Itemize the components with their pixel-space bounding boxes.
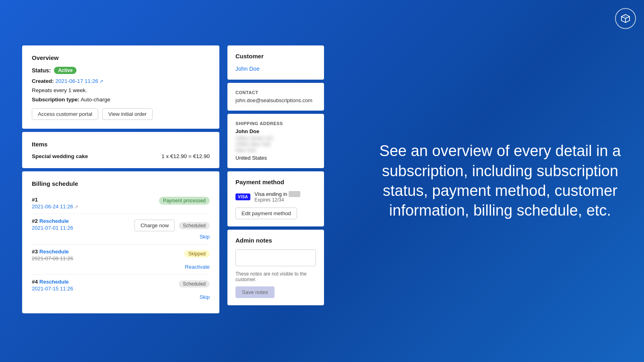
address-line1: Clifton Street 123 bbox=[235, 136, 316, 141]
overview-buttons: Access customer portal View initial orde… bbox=[32, 108, 210, 120]
skip-link-2[interactable]: Skip bbox=[200, 234, 210, 240]
visa-expiry: Expires 12/34 bbox=[254, 197, 300, 203]
billing-entry-3: #3 Reschedule 2021-07-08 11:26 Skipped R… bbox=[32, 245, 210, 275]
billing-badge-3-skipped: Skipped bbox=[184, 250, 210, 257]
subscription-type-label: Subscription type: bbox=[32, 97, 80, 103]
billing-actions-2: Charge now Scheduled bbox=[134, 220, 210, 231]
created-label: Created: bbox=[32, 78, 54, 84]
reschedule-link-3[interactable]: Reschedule bbox=[39, 249, 69, 255]
items-title: Items bbox=[32, 141, 210, 148]
shipping-card: SHIPPING ADDRESS John Doe Clifton Street… bbox=[227, 114, 324, 168]
visa-text: Visa ending in 1234 bbox=[254, 191, 300, 197]
status-row: Status: Active bbox=[32, 67, 210, 74]
contact-card: CONTACT john.doe@sealsubscriptions.com bbox=[227, 83, 324, 111]
payment-card: Payment method VISA Visa ending in 1234 … bbox=[227, 171, 324, 226]
created-row: Created: 2021-06-17 11:26 bbox=[32, 78, 210, 84]
customer-card: Customer John Doe bbox=[227, 45, 324, 80]
charge-now-button[interactable]: Charge now bbox=[134, 220, 175, 231]
admin-notes-textarea[interactable] bbox=[235, 249, 316, 266]
edit-payment-method-button[interactable]: Edit payment method bbox=[235, 208, 297, 219]
address-name: John Doe bbox=[235, 128, 316, 134]
billing-title: Billing schedule bbox=[32, 180, 210, 187]
visa-info: Visa ending in 1234 Expires 12/34 bbox=[254, 191, 300, 203]
billing-date-2: 2021-07-01 11:26 bbox=[32, 225, 73, 231]
right-info-panel: Customer John Doe CONTACT john.doe@seals… bbox=[227, 45, 324, 309]
address-line3: New York bbox=[235, 148, 316, 153]
customer-name-link[interactable]: John Doe bbox=[235, 66, 260, 72]
billing-card: Billing schedule #1 2021-06-24 11:26 ↗ P… bbox=[22, 171, 219, 313]
customer-title: Customer bbox=[235, 53, 316, 60]
billing-entry-3-header: #3 Reschedule 2021-07-08 11:26 Skipped bbox=[32, 249, 210, 261]
contact-label: CONTACT bbox=[235, 90, 316, 95]
item-price: 1 x €12.90 = €12.90 bbox=[161, 153, 210, 159]
billing-number-1: #1 bbox=[32, 197, 78, 203]
item-row: Special wedding cake 1 x €12.90 = €12.90 bbox=[32, 153, 210, 159]
overview-card: Overview Status: Active Created: 2021-06… bbox=[22, 45, 219, 129]
billing-entry-4-left: #4 Reschedule 2021-07-15 11:26 bbox=[32, 279, 73, 292]
skip-link-4[interactable]: Skip bbox=[200, 294, 210, 300]
save-notes-button[interactable]: Save notes bbox=[235, 286, 275, 298]
subscription-type-row: Subscription type: Auto-charge bbox=[32, 97, 210, 103]
app-icon bbox=[615, 8, 636, 29]
view-initial-order-button[interactable]: View initial order bbox=[102, 108, 153, 120]
reschedule-link-4[interactable]: Reschedule bbox=[39, 279, 69, 285]
billing-entry-2-header: #2 Reschedule 2021-07-01 11:26 Charge no… bbox=[32, 218, 210, 231]
billing-date-3: 2021-07-08 11:26 bbox=[32, 255, 73, 261]
billing-actions-4: Scheduled bbox=[179, 280, 210, 288]
billing-entry-1-header: #1 2021-06-24 11:26 ↗ Payment processed bbox=[32, 197, 210, 210]
tagline-text: See an overview of every detail in a sub… bbox=[356, 133, 644, 229]
items-card: Items Special wedding cake 1 x €12.90 = … bbox=[22, 132, 219, 168]
billing-entry-1-left: #1 2021-06-24 11:26 ↗ bbox=[32, 197, 78, 210]
shipping-label: SHIPPING ADDRESS bbox=[235, 121, 316, 126]
billing-entry-4-header: #4 Reschedule 2021-07-15 11:26 Scheduled bbox=[32, 279, 210, 292]
billing-date-4: 2021-07-15 11:26 bbox=[32, 286, 73, 292]
billing-number-4: #4 Reschedule bbox=[32, 279, 73, 285]
reschedule-link-2[interactable]: Reschedule bbox=[39, 218, 69, 224]
address-country: United States bbox=[235, 155, 316, 161]
admin-notes-hint: These notes are not visible to the custo… bbox=[235, 271, 316, 282]
billing-entry-2-left: #2 Reschedule 2021-07-01 11:26 bbox=[32, 218, 73, 231]
billing-entry-2: #2 Reschedule 2021-07-01 11:26 Charge no… bbox=[32, 214, 210, 245]
billing-number-2: #2 Reschedule bbox=[32, 218, 73, 224]
repeats-row: Repeats every 1 week. bbox=[32, 87, 210, 93]
access-customer-portal-button[interactable]: Access customer portal bbox=[32, 108, 98, 120]
reactivate-link-3[interactable]: Reactivate bbox=[185, 264, 210, 270]
status-badge: Active bbox=[54, 67, 76, 74]
payment-title: Payment method bbox=[235, 179, 316, 185]
admin-notes-card: Admin notes These notes are not visible … bbox=[227, 230, 324, 305]
billing-entry-3-left: #3 Reschedule 2021-07-08 11:26 bbox=[32, 249, 73, 261]
item-name: Special wedding cake bbox=[32, 153, 88, 159]
billing-entry-4: #4 Reschedule 2021-07-15 11:26 Scheduled… bbox=[32, 275, 210, 304]
visa-row: VISA Visa ending in 1234 Expires 12/34 bbox=[235, 191, 316, 203]
billing-badge-2-scheduled: Scheduled bbox=[179, 222, 210, 229]
status-label: Status: bbox=[32, 67, 51, 74]
address-line2: 10001 New York bbox=[235, 142, 316, 147]
billing-number-3: #3 Reschedule bbox=[32, 249, 73, 255]
admin-notes-title: Admin notes bbox=[235, 237, 316, 244]
contact-email: john.doe@sealsubscriptions.com bbox=[235, 97, 316, 103]
billing-entry-1-right: Payment processed bbox=[159, 197, 210, 204]
billing-entry-1: #1 2021-06-24 11:26 ↗ Payment processed bbox=[32, 193, 210, 214]
subscription-type-value: Auto-charge bbox=[81, 97, 111, 103]
visa-badge: VISA bbox=[235, 193, 250, 200]
billing-badge-1: Payment processed bbox=[159, 197, 210, 205]
created-date-link[interactable]: 2021-06-17 11:26 bbox=[56, 78, 103, 84]
left-panel: Overview Status: Active Created: 2021-06… bbox=[22, 45, 219, 317]
billing-date-1: 2021-06-24 11:26 ↗ bbox=[32, 204, 78, 210]
overview-title: Overview bbox=[32, 54, 210, 61]
billing-actions-3: Skipped bbox=[184, 250, 210, 257]
billing-badge-4-scheduled: Scheduled bbox=[179, 280, 210, 288]
